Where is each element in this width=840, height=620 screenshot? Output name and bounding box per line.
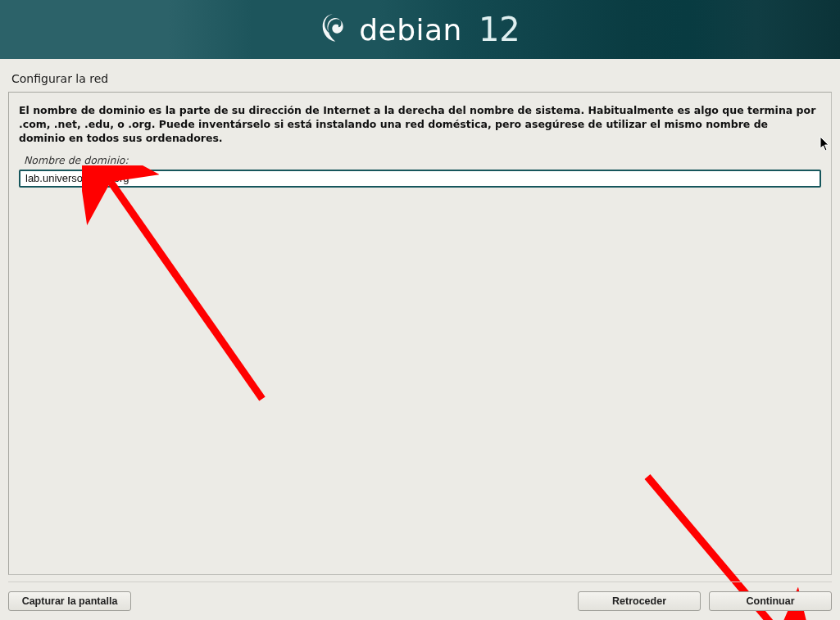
installer-banner: debian 12: [0, 0, 840, 59]
debian-swirl-icon: [320, 11, 347, 48]
bottom-bar: Capturar la pantalla Retroceder Continua…: [0, 582, 840, 620]
domain-input[interactable]: [19, 170, 821, 188]
back-button[interactable]: Retroceder: [578, 591, 701, 611]
domain-field-label: Nombre de dominio:: [19, 154, 821, 166]
brand-version: 12: [479, 11, 520, 48]
continue-button[interactable]: Continuar: [709, 591, 832, 611]
screenshot-button[interactable]: Capturar la pantalla: [8, 591, 131, 611]
content-panel: El nombre de dominio es la parte de su d…: [8, 92, 832, 575]
description-text: El nombre de dominio es la parte de su d…: [19, 104, 818, 146]
brand-name: debian: [359, 13, 462, 47]
section-title: Configurar la red: [0, 59, 840, 92]
